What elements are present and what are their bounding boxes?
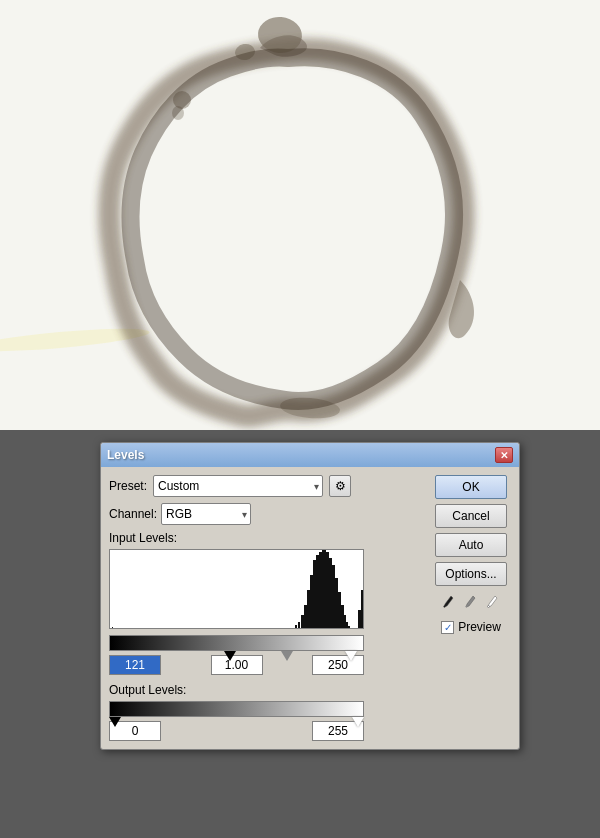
svg-rect-23	[326, 552, 329, 629]
output-shadow-slider[interactable]	[109, 717, 121, 727]
dialog-title: Levels	[107, 448, 144, 462]
svg-rect-22	[322, 550, 326, 629]
close-button[interactable]: ✕	[495, 447, 513, 463]
preview-label: Preview	[458, 620, 501, 634]
channel-row: Channel: RGB	[109, 503, 423, 525]
dialog-body: Preset: Custom ⚙ Channel: RGB	[101, 467, 519, 749]
output-gradient-bar	[109, 701, 364, 717]
svg-rect-16	[304, 605, 307, 629]
gear-button[interactable]: ⚙	[329, 475, 351, 497]
svg-rect-24	[329, 558, 332, 629]
midtone-slider[interactable]	[281, 651, 293, 661]
input-levels-label: Input Levels:	[109, 531, 423, 545]
svg-rect-9	[112, 627, 113, 629]
svg-rect-32	[350, 628, 352, 629]
dialog-left-panel: Preset: Custom ⚙ Channel: RGB	[109, 475, 423, 741]
channel-select[interactable]: RGB	[161, 503, 251, 525]
svg-rect-14	[298, 622, 300, 629]
svg-rect-30	[346, 622, 348, 629]
svg-rect-8	[110, 628, 111, 629]
svg-rect-26	[335, 578, 338, 629]
svg-rect-19	[313, 560, 316, 629]
dialog-right-panel: OK Cancel Auto Options...	[431, 475, 511, 741]
svg-point-36	[466, 606, 468, 608]
gray-eyedropper-icon[interactable]	[462, 593, 480, 611]
svg-point-37	[488, 606, 490, 608]
svg-rect-15	[301, 615, 304, 629]
svg-rect-27	[338, 592, 341, 629]
svg-rect-17	[307, 590, 310, 629]
levels-dialog: Levels ✕ Preset: Custom ⚙	[100, 442, 520, 750]
ok-button[interactable]: OK	[435, 475, 507, 499]
svg-point-35	[444, 606, 446, 608]
dark-area: Levels ✕ Preset: Custom ⚙	[0, 430, 600, 838]
highlight-slider[interactable]	[345, 651, 357, 661]
preset-row: Preset: Custom ⚙	[109, 475, 423, 497]
output-gradient	[109, 701, 364, 717]
svg-rect-13	[295, 625, 297, 629]
auto-button[interactable]: Auto	[435, 533, 507, 557]
svg-rect-33	[358, 610, 361, 629]
svg-rect-31	[348, 626, 350, 629]
canvas-area	[0, 0, 600, 430]
svg-rect-28	[341, 605, 344, 629]
input-gradient	[109, 635, 364, 651]
histogram-svg	[110, 550, 364, 629]
preview-checkbox[interactable]: ✓	[441, 621, 454, 634]
eyedroppers-row	[440, 593, 502, 611]
channel-label: Channel:	[109, 507, 157, 521]
output-slider-row	[109, 717, 364, 731]
input-slider-row	[109, 651, 364, 665]
svg-rect-18	[310, 575, 313, 629]
svg-rect-20	[316, 555, 319, 629]
svg-rect-29	[344, 615, 346, 629]
preset-select[interactable]: Custom	[153, 475, 323, 497]
svg-rect-25	[332, 565, 335, 629]
shadow-slider[interactable]	[224, 651, 236, 661]
channel-select-wrapper[interactable]: RGB	[161, 503, 251, 525]
svg-rect-21	[319, 552, 322, 629]
histogram-container	[109, 549, 364, 629]
output-highlight-slider[interactable]	[352, 717, 364, 727]
dialog-titlebar: Levels ✕	[101, 443, 519, 467]
preset-select-wrapper[interactable]: Custom	[153, 475, 323, 497]
preset-label: Preset:	[109, 479, 147, 493]
options-button[interactable]: Options...	[435, 562, 507, 586]
black-eyedropper-icon[interactable]	[440, 593, 458, 611]
preview-row: ✓ Preview	[441, 620, 501, 634]
input-gradient-bar	[109, 635, 364, 651]
svg-rect-34	[361, 590, 364, 629]
cancel-button[interactable]: Cancel	[435, 504, 507, 528]
output-levels-label: Output Levels:	[109, 683, 423, 697]
white-eyedropper-icon[interactable]	[484, 593, 502, 611]
